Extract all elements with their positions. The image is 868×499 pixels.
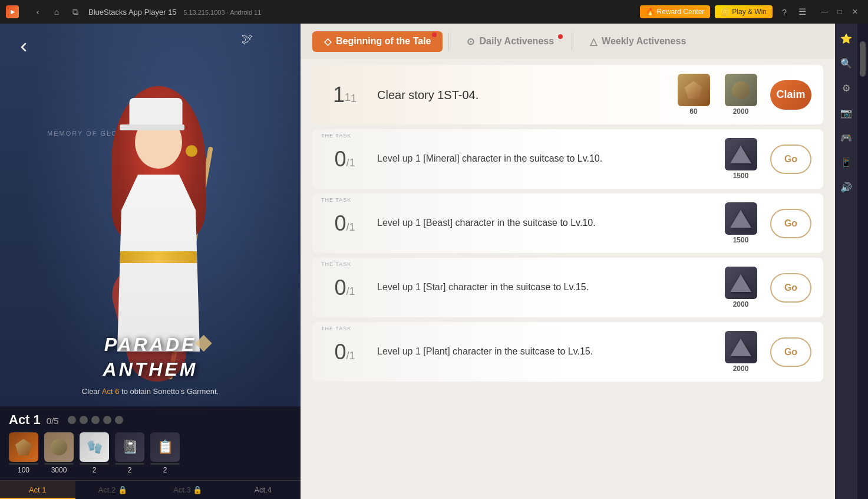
menu-button[interactable]: ☰ <box>795 5 809 19</box>
act-tab-4[interactable]: Act.4 <box>226 481 301 499</box>
task-1-denom-prefix: 1 <box>345 91 351 103</box>
act-tab-1[interactable]: Act.1 <box>0 481 75 499</box>
close-button[interactable]: ✕ <box>848 5 862 19</box>
gloves-count: 2 <box>93 466 97 474</box>
task-5-denom: 1 <box>349 350 355 362</box>
diamond-tab-icon: ◇ <box>324 36 331 47</box>
task-3-label: THE TASK <box>321 197 351 203</box>
far-right-scrollbar[interactable] <box>857 24 868 499</box>
task-5-description: Level up 1 [Plant] character in the suit… <box>377 345 711 358</box>
task-1-progress: 111 <box>324 84 365 106</box>
tab-weekly-label: Weekly Activeness <box>602 36 686 47</box>
fire-icon: 🔥 <box>646 8 655 16</box>
app-title: BlueStacks App Player 15 5.13.215.1003 ·… <box>88 8 634 17</box>
play-win-button[interactable]: 🪙 Play & Win <box>715 5 773 18</box>
act-dot-5 <box>115 416 123 424</box>
act-rewards: 100 3000 🧤 2 <box>9 432 292 474</box>
gloves-reward-icon: 🧤 <box>80 432 109 462</box>
side-tool-7[interactable]: 🔊 <box>837 178 855 196</box>
task-4-go-button[interactable]: Go <box>770 273 811 303</box>
game-title-art: PARADE ANTHEM <box>103 331 198 381</box>
act-tab-3[interactable]: Act.3 🔒 <box>150 481 226 499</box>
task-4-reward-icon <box>725 267 757 299</box>
task-2-fraction: 0/1 <box>334 149 355 170</box>
title-bar: ▶ ‹ ⌂ ⧉ BlueStacks App Player 15 5.13.21… <box>0 0 868 24</box>
task-5-go-button[interactable]: Go <box>770 337 811 367</box>
game-title-text: PARADE ANTHEM <box>103 331 198 381</box>
act-reward-gloves: 🧤 2 <box>80 432 109 474</box>
act-reward-gem: 100 <box>9 432 38 474</box>
daily-notification-badge <box>558 34 563 39</box>
gem-progress-bar <box>9 463 38 465</box>
act-tab-2[interactable]: Act.2 🔒 <box>75 481 151 499</box>
tab-beginning-label: Beginning of the Tale <box>336 36 431 47</box>
act-dots <box>68 416 123 424</box>
tab-bar: ◇ Beginning of the Tale ⊙ Daily Activene… <box>301 24 835 59</box>
side-tool-4[interactable]: 📷 <box>837 104 855 122</box>
task-5-reward: 2000 <box>723 331 758 373</box>
left-panel: 🕊 MEMORY OF GLORY <box>0 24 301 499</box>
triangle-icon-3 <box>730 274 751 292</box>
side-tool-1[interactable]: ⭐ <box>837 29 855 47</box>
title-bar-icons: ? ☰ <box>777 5 809 19</box>
task-1-coin-icon <box>725 74 757 106</box>
bird-decoration: 🕊 <box>242 32 253 46</box>
back-arrow-button[interactable] <box>12 35 35 59</box>
act-progress: 0/5 <box>47 416 59 426</box>
task-2-go-button[interactable]: Go <box>770 145 811 174</box>
task-4-label: THE TASK <box>321 261 351 267</box>
task-1-claim-button[interactable]: Claim <box>770 80 811 110</box>
side-tool-2[interactable]: 🔍 <box>837 54 855 72</box>
coin-icon-small: 🪙 <box>721 8 730 16</box>
tab-divider-2 <box>572 32 572 50</box>
task-3-fraction: 0/1 <box>334 214 355 235</box>
tab-weekly[interactable]: △ Weekly Activeness <box>578 31 698 52</box>
note-reward-icon: 📋 <box>150 432 180 462</box>
task-3-denom: 1 <box>349 221 355 233</box>
triangle-icon <box>730 146 751 163</box>
side-toolbar: ⭐ 🔍 ⚙ 📷 🎮 📱 🔊 <box>835 24 857 499</box>
minimize-button[interactable]: — <box>817 5 831 19</box>
task-2-reward-count: 1500 <box>733 172 749 180</box>
circle-tab-icon: ⊙ <box>467 36 474 47</box>
reward-center-button[interactable]: 🔥 Reward Center <box>640 5 711 18</box>
help-button[interactable]: ? <box>777 5 791 19</box>
task-2-progress: 0/1 <box>324 149 365 170</box>
tasks-list: 111 Clear story 1ST-04. 60 2000 <box>301 59 835 499</box>
home-button[interactable]: ⌂ <box>49 5 64 19</box>
task-4-description: Level up 1 [Star] character in the suitc… <box>377 281 711 294</box>
act-panel: Act 1 0/5 100 <box>0 406 301 499</box>
side-tool-5[interactable]: 🎮 <box>837 129 855 146</box>
scrollbar-thumb[interactable] <box>860 41 866 77</box>
maximize-button[interactable]: □ <box>833 5 847 19</box>
triangle-icon-4 <box>730 339 751 356</box>
task-5: THE TASK 0/1 Level up 1 [Plant] characte… <box>312 322 823 382</box>
triangle-tab-icon: △ <box>590 36 597 47</box>
task-4-fraction: 0/1 <box>334 278 355 299</box>
task-1-fraction: 111 <box>333 85 357 106</box>
task-3-go-button[interactable]: Go <box>770 209 811 238</box>
act-dot-4 <box>103 416 111 424</box>
task-4-progress: 0/1 <box>324 277 365 298</box>
task-1-gem-reward: 60 <box>676 74 711 116</box>
tabs-button[interactable]: ⧉ <box>68 5 82 19</box>
task-1: 111 Clear story 1ST-04. 60 2000 <box>312 65 823 124</box>
side-tool-3[interactable]: ⚙ <box>837 79 855 97</box>
task-3-progress: 0/1 <box>324 213 365 234</box>
side-tool-6[interactable]: 📱 <box>837 153 855 171</box>
task-4-reward-count: 2000 <box>733 300 749 308</box>
gloves-progress-bar <box>80 463 109 465</box>
gem-count: 100 <box>18 466 29 474</box>
task-1-denom: 1 <box>351 93 357 104</box>
task-2-reward-icon <box>725 138 757 170</box>
task-2-label: THE TASK <box>321 133 351 139</box>
task-4-reward: 2000 <box>723 267 758 308</box>
back-button[interactable]: ‹ <box>31 5 45 19</box>
gem-reward-icon <box>9 432 38 462</box>
app-logo: ▶ <box>6 5 19 18</box>
tab-daily[interactable]: ⊙ Daily Activeness <box>455 31 566 52</box>
beginning-notification-badge <box>432 32 437 37</box>
task-5-progress: 0/1 <box>324 342 365 363</box>
act-reward-note: 📋 2 <box>150 432 180 474</box>
tab-beginning[interactable]: ◇ Beginning of the Tale <box>312 31 443 52</box>
